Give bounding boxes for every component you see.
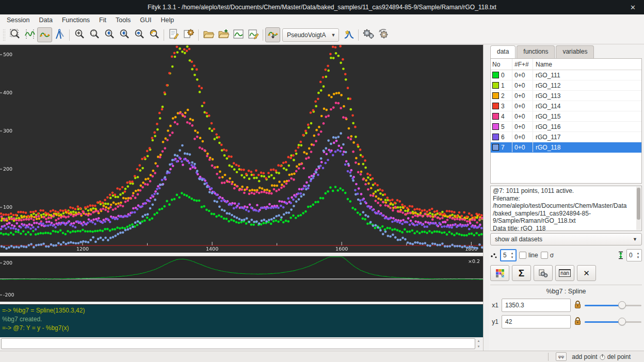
vertical-shift-icon xyxy=(618,251,624,259)
nan-icon: nan xyxy=(559,269,571,277)
menu-item-data[interactable]: Data xyxy=(34,15,57,25)
open-data-append-icon xyxy=(218,28,229,41)
sidebar-splitter[interactable] xyxy=(483,44,489,351)
show-datasets-dropdown[interactable]: show all datasets ▼ xyxy=(490,233,642,245)
dataset-row-rGO_115[interactable]: 40+0rGO_115 xyxy=(491,111,641,122)
param-value-field[interactable]: 1350.3 xyxy=(502,299,571,312)
menu-item-help[interactable]: Help xyxy=(156,15,179,25)
peak-type-dropdown[interactable]: PseudoVoigtA▼ xyxy=(282,28,339,42)
info-line: @7: 1011 points, 1011 active. xyxy=(493,187,628,195)
sum-icon: Σ xyxy=(519,268,524,279)
param-slider[interactable] xyxy=(585,318,641,326)
spinner-arrows-icon[interactable]: ▲▼ xyxy=(635,251,641,259)
param-value-field[interactable]: 42 xyxy=(502,315,571,328)
menu-item-tools[interactable]: Tools xyxy=(111,15,135,25)
param-slider[interactable] xyxy=(585,301,641,309)
copy-func-button[interactable] xyxy=(534,265,553,281)
range-mode-button[interactable] xyxy=(22,27,37,42)
dataset-row-rGO_111[interactable]: 00+0rGO_111 xyxy=(491,70,641,80)
dataset-colors-button[interactable] xyxy=(490,265,509,281)
toolbar-separator xyxy=(164,29,164,41)
menu-item-session[interactable]: Session xyxy=(2,15,34,25)
zoom-left-button[interactable] xyxy=(102,27,117,42)
plot-frame-icon xyxy=(233,28,244,41)
spinner-arrows-icon[interactable]: ▲▼ xyxy=(509,251,516,259)
toolbar-drag-handle[interactable] xyxy=(3,29,6,41)
plot-splitter[interactable] xyxy=(0,253,483,256)
zoom-box-button[interactable] xyxy=(87,27,102,42)
dataset-row-rGO_114[interactable]: 30+0rGO_114 xyxy=(491,101,641,111)
zoom-up-icon xyxy=(134,28,145,41)
plot-style-controls: 5 ▲▼ line σ 0 ▲▼ xyxy=(490,249,642,262)
run-fit-button[interactable] xyxy=(361,27,376,42)
vshift-value: 0 xyxy=(627,252,635,259)
dataset-row-rGO_117[interactable]: 60+0rGO_117 xyxy=(491,132,641,142)
strip-background-button[interactable] xyxy=(265,27,280,42)
delete-dataset-button[interactable]: ✕ xyxy=(577,265,596,281)
open-data-append-button[interactable] xyxy=(216,27,231,42)
tab-variables[interactable]: variables xyxy=(556,45,594,58)
sum-button[interactable]: Σ xyxy=(512,265,531,281)
zoom-right-button[interactable] xyxy=(117,27,132,42)
cell-ff: 0+0 xyxy=(512,132,533,142)
dataset-color-swatch[interactable] xyxy=(492,92,499,99)
coords-format-button[interactable]: ψψ xyxy=(556,352,567,361)
zoom-mode-button[interactable] xyxy=(7,27,22,42)
dataset-row-rGO_118[interactable]: 70+0rGO_118 xyxy=(491,142,641,153)
tab-data[interactable]: data xyxy=(490,45,516,58)
run-script-button[interactable] xyxy=(181,27,196,42)
cell-no: 7 xyxy=(491,142,512,152)
slider-handle[interactable] xyxy=(618,301,626,309)
point-size-spinner[interactable]: 5 ▲▼ xyxy=(500,249,517,261)
vshift-spinner[interactable]: 0 ▲▼ xyxy=(626,249,642,261)
dataset-row-rGO_116[interactable]: 50+0rGO_116 xyxy=(491,122,641,132)
plot-edit-button[interactable] xyxy=(246,27,261,42)
dataset-color-swatch[interactable] xyxy=(492,82,499,89)
header-no[interactable]: No xyxy=(491,59,512,70)
slider-handle[interactable] xyxy=(618,318,626,325)
zoom-undo-button[interactable] xyxy=(147,27,162,42)
dataset-color-swatch[interactable] xyxy=(492,134,499,140)
info-scrollbar[interactable] xyxy=(636,187,641,230)
zoom-in-button[interactable] xyxy=(72,27,87,42)
cell-name: rGO_111 xyxy=(533,70,641,80)
peak-draw-mode-icon xyxy=(54,28,66,41)
aux-plot-area[interactable] xyxy=(0,256,483,302)
dataset-color-swatch[interactable] xyxy=(492,103,499,109)
line-checkbox[interactable] xyxy=(519,252,526,259)
command-input[interactable] xyxy=(1,338,475,349)
menu-item-functions[interactable]: Functions xyxy=(57,15,94,25)
nan-button[interactable]: nan xyxy=(555,265,574,281)
dataset-color-swatch[interactable] xyxy=(492,144,499,151)
input-history-scroll[interactable]: ▲▼ xyxy=(475,338,482,349)
dataset-color-swatch[interactable] xyxy=(492,123,499,130)
plot-frame-button[interactable] xyxy=(231,27,246,42)
dataset-color-swatch[interactable] xyxy=(492,72,499,78)
header-ff[interactable]: #F+# xyxy=(512,59,533,70)
open-data-button[interactable] xyxy=(201,27,216,42)
menu-item-gui[interactable]: GUI xyxy=(135,15,156,25)
main-plot-canvas[interactable] xyxy=(0,45,483,253)
chevron-down-icon: ▼ xyxy=(633,237,637,242)
zoom-up-button[interactable] xyxy=(132,27,147,42)
dataset-row-rGO_113[interactable]: 20+0rGO_113 xyxy=(491,91,641,101)
aux-plot-canvas[interactable] xyxy=(0,256,483,302)
lock-icon[interactable] xyxy=(574,300,582,310)
main-plot-area[interactable] xyxy=(0,44,483,253)
peak-draw-mode-button[interactable] xyxy=(52,27,67,42)
peak-type-label: PseudoVoigtA xyxy=(287,31,326,39)
header-name[interactable]: Name xyxy=(533,59,641,70)
add-peak-button[interactable] xyxy=(341,27,356,42)
sigma-checkbox[interactable] xyxy=(541,252,548,259)
close-icon[interactable]: ✕ xyxy=(627,0,639,14)
tab-functions[interactable]: functions xyxy=(517,45,555,58)
range-mode-icon xyxy=(24,28,36,41)
mouse-hints: add point del point xyxy=(572,353,644,360)
dataset-color-swatch[interactable] xyxy=(492,113,499,120)
menu-item-fit[interactable]: Fit xyxy=(94,15,111,25)
undo-fit-button[interactable] xyxy=(376,27,391,42)
edit-script-button[interactable] xyxy=(166,27,181,42)
dataset-row-rGO_112[interactable]: 10+0rGO_112 xyxy=(491,80,641,91)
lock-icon[interactable] xyxy=(574,317,582,327)
baseline-mode-button[interactable] xyxy=(37,27,52,42)
